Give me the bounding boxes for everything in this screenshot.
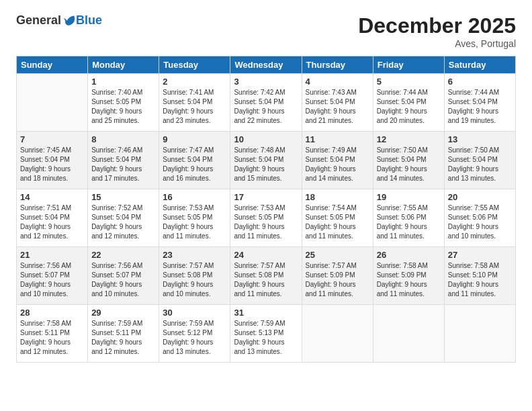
- weekday-header-row: Sunday Monday Tuesday Wednesday Thursday…: [17, 56, 516, 74]
- header-friday: Friday: [373, 56, 444, 74]
- day-number: 18: [306, 192, 369, 202]
- day-number: 8: [91, 134, 155, 144]
- day-info: Sunrise: 7:55 AM Sunset: 5:06 PM Dayligh…: [377, 203, 441, 241]
- logo-blue: Blue: [76, 13, 102, 28]
- day-info: Sunrise: 7:54 AM Sunset: 5:05 PM Dayligh…: [306, 203, 369, 241]
- calendar-day-cell: 2Sunrise: 7:41 AM Sunset: 5:04 PM Daylig…: [159, 74, 230, 132]
- day-number: 13: [448, 134, 512, 144]
- calendar-day-cell: 3Sunrise: 7:42 AM Sunset: 5:04 PM Daylig…: [230, 74, 302, 132]
- header-wednesday: Wednesday: [230, 56, 302, 74]
- day-info: Sunrise: 7:43 AM Sunset: 5:04 PM Dayligh…: [306, 88, 369, 126]
- day-info: Sunrise: 7:59 AM Sunset: 5:13 PM Dayligh…: [234, 319, 298, 357]
- calendar-day-cell: 12Sunrise: 7:50 AM Sunset: 5:04 PM Dayli…: [373, 132, 444, 189]
- calendar-day-cell: 14Sunrise: 7:51 AM Sunset: 5:04 PM Dayli…: [17, 189, 88, 247]
- calendar-day-cell: 26Sunrise: 7:58 AM Sunset: 5:09 PM Dayli…: [373, 247, 444, 305]
- header-monday: Monday: [88, 56, 159, 74]
- day-info: Sunrise: 7:50 AM Sunset: 5:04 PM Dayligh…: [448, 146, 512, 183]
- location-subtitle: Aves, Portugal: [358, 38, 516, 49]
- calendar-day-cell: 27Sunrise: 7:58 AM Sunset: 5:10 PM Dayli…: [444, 247, 515, 305]
- day-info: Sunrise: 7:53 AM Sunset: 5:05 PM Dayligh…: [163, 203, 226, 241]
- logo-bird-icon: [62, 14, 76, 28]
- calendar-day-cell: 15Sunrise: 7:52 AM Sunset: 5:04 PM Dayli…: [88, 189, 159, 247]
- day-number: 6: [448, 77, 512, 87]
- calendar-day-cell: 13Sunrise: 7:50 AM Sunset: 5:04 PM Dayli…: [444, 132, 515, 189]
- day-info: Sunrise: 7:51 AM Sunset: 5:04 PM Dayligh…: [20, 203, 84, 241]
- calendar-table: Sunday Monday Tuesday Wednesday Thursday…: [16, 56, 516, 363]
- day-number: 21: [20, 250, 84, 260]
- day-info: Sunrise: 7:46 AM Sunset: 5:04 PM Dayligh…: [91, 146, 155, 183]
- day-info: Sunrise: 7:59 AM Sunset: 5:12 PM Dayligh…: [163, 319, 226, 357]
- calendar-day-cell: [444, 305, 515, 363]
- day-info: Sunrise: 7:50 AM Sunset: 5:04 PM Dayligh…: [377, 146, 441, 183]
- day-info: Sunrise: 7:49 AM Sunset: 5:04 PM Dayligh…: [306, 146, 369, 183]
- day-number: 3: [234, 77, 298, 87]
- calendar-day-cell: 11Sunrise: 7:49 AM Sunset: 5:04 PM Dayli…: [302, 132, 373, 189]
- day-info: Sunrise: 7:56 AM Sunset: 5:07 PM Dayligh…: [20, 261, 84, 299]
- day-number: 28: [20, 308, 84, 318]
- day-info: Sunrise: 7:55 AM Sunset: 5:06 PM Dayligh…: [448, 203, 512, 241]
- day-number: 9: [163, 134, 226, 144]
- day-info: Sunrise: 7:57 AM Sunset: 5:08 PM Dayligh…: [163, 261, 226, 299]
- day-number: 10: [234, 134, 298, 144]
- calendar-day-cell: [373, 305, 444, 363]
- day-info: Sunrise: 7:58 AM Sunset: 5:09 PM Dayligh…: [377, 261, 441, 299]
- day-info: Sunrise: 7:44 AM Sunset: 5:04 PM Dayligh…: [448, 88, 512, 126]
- day-number: 25: [306, 250, 369, 260]
- day-info: Sunrise: 7:40 AM Sunset: 5:05 PM Dayligh…: [91, 88, 155, 126]
- header: General Blue December 2025 Aves, Portuga…: [16, 13, 516, 49]
- calendar-week-row: 21Sunrise: 7:56 AM Sunset: 5:07 PM Dayli…: [17, 247, 516, 305]
- day-number: 22: [91, 250, 155, 260]
- calendar-day-cell: 17Sunrise: 7:53 AM Sunset: 5:05 PM Dayli…: [230, 189, 302, 247]
- header-sunday: Sunday: [17, 56, 88, 74]
- calendar-day-cell: 16Sunrise: 7:53 AM Sunset: 5:05 PM Dayli…: [159, 189, 230, 247]
- calendar-day-cell: [17, 74, 88, 132]
- day-info: Sunrise: 7:42 AM Sunset: 5:04 PM Dayligh…: [234, 88, 298, 126]
- day-info: Sunrise: 7:47 AM Sunset: 5:04 PM Dayligh…: [163, 146, 226, 183]
- month-title: December 2025: [358, 13, 516, 38]
- calendar-day-cell: [302, 305, 373, 363]
- calendar-day-cell: 23Sunrise: 7:57 AM Sunset: 5:08 PM Dayli…: [159, 247, 230, 305]
- calendar-day-cell: 20Sunrise: 7:55 AM Sunset: 5:06 PM Dayli…: [444, 189, 515, 247]
- calendar-day-cell: 19Sunrise: 7:55 AM Sunset: 5:06 PM Dayli…: [373, 189, 444, 247]
- calendar-day-cell: 30Sunrise: 7:59 AM Sunset: 5:12 PM Dayli…: [159, 305, 230, 363]
- calendar-day-cell: 22Sunrise: 7:56 AM Sunset: 5:07 PM Dayli…: [88, 247, 159, 305]
- day-info: Sunrise: 7:59 AM Sunset: 5:11 PM Dayligh…: [91, 319, 155, 357]
- day-number: 2: [163, 77, 226, 87]
- day-info: Sunrise: 7:48 AM Sunset: 5:04 PM Dayligh…: [234, 146, 298, 183]
- day-info: Sunrise: 7:57 AM Sunset: 5:08 PM Dayligh…: [234, 261, 298, 299]
- day-info: Sunrise: 7:52 AM Sunset: 5:04 PM Dayligh…: [91, 203, 155, 241]
- calendar-day-cell: 7Sunrise: 7:45 AM Sunset: 5:04 PM Daylig…: [17, 132, 88, 189]
- calendar-day-cell: 28Sunrise: 7:58 AM Sunset: 5:11 PM Dayli…: [17, 305, 88, 363]
- logo: General Blue: [16, 13, 102, 28]
- day-number: 4: [306, 77, 369, 87]
- day-number: 11: [306, 134, 369, 144]
- day-number: 30: [163, 308, 226, 318]
- logo-general: General: [16, 13, 61, 28]
- calendar-day-cell: 31Sunrise: 7:59 AM Sunset: 5:13 PM Dayli…: [230, 305, 302, 363]
- day-info: Sunrise: 7:45 AM Sunset: 5:04 PM Dayligh…: [20, 146, 84, 183]
- day-number: 7: [20, 134, 84, 144]
- day-info: Sunrise: 7:58 AM Sunset: 5:11 PM Dayligh…: [20, 319, 84, 357]
- day-number: 16: [163, 192, 226, 202]
- calendar-week-row: 1Sunrise: 7:40 AM Sunset: 5:05 PM Daylig…: [17, 74, 516, 132]
- day-number: 27: [448, 250, 512, 260]
- calendar-week-row: 7Sunrise: 7:45 AM Sunset: 5:04 PM Daylig…: [17, 132, 516, 189]
- day-info: Sunrise: 7:41 AM Sunset: 5:04 PM Dayligh…: [163, 88, 226, 126]
- day-info: Sunrise: 7:56 AM Sunset: 5:07 PM Dayligh…: [91, 261, 155, 299]
- calendar-day-cell: 25Sunrise: 7:57 AM Sunset: 5:09 PM Dayli…: [302, 247, 373, 305]
- day-number: 15: [91, 192, 155, 202]
- calendar-day-cell: 4Sunrise: 7:43 AM Sunset: 5:04 PM Daylig…: [302, 74, 373, 132]
- header-tuesday: Tuesday: [159, 56, 230, 74]
- day-info: Sunrise: 7:58 AM Sunset: 5:10 PM Dayligh…: [448, 261, 512, 299]
- calendar-day-cell: 1Sunrise: 7:40 AM Sunset: 5:05 PM Daylig…: [88, 74, 159, 132]
- day-number: 19: [377, 192, 441, 202]
- day-number: 23: [163, 250, 226, 260]
- calendar-day-cell: 5Sunrise: 7:44 AM Sunset: 5:04 PM Daylig…: [373, 74, 444, 132]
- day-number: 20: [448, 192, 512, 202]
- calendar-day-cell: 9Sunrise: 7:47 AM Sunset: 5:04 PM Daylig…: [159, 132, 230, 189]
- day-number: 17: [234, 192, 298, 202]
- day-number: 14: [20, 192, 84, 202]
- day-number: 24: [234, 250, 298, 260]
- title-block: December 2025 Aves, Portugal: [358, 13, 516, 49]
- calendar-day-cell: 10Sunrise: 7:48 AM Sunset: 5:04 PM Dayli…: [230, 132, 302, 189]
